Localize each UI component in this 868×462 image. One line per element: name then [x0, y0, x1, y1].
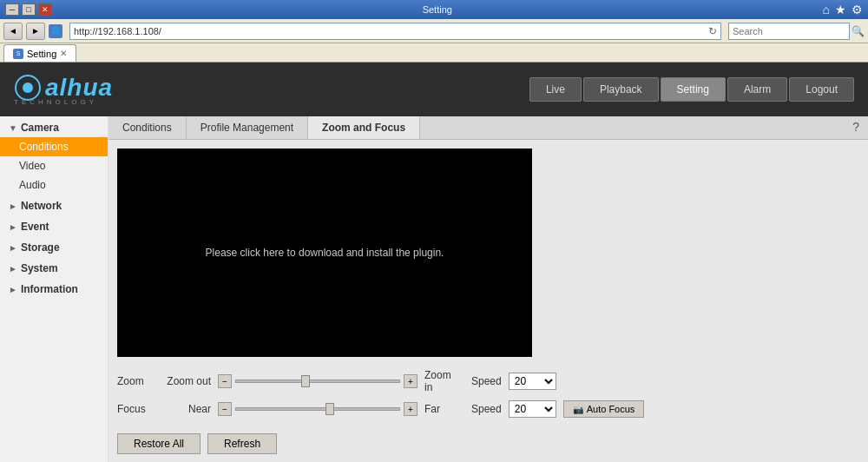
focus-far-label: Far [424, 403, 459, 415]
zoom-slider-container: − + [218, 374, 418, 388]
tab-zoom-focus[interactable]: Zoom and Focus [308, 116, 420, 139]
sidebar-section-title-storage[interactable]: ► Storage [0, 236, 108, 257]
logo: alhua TECHNOLOGY [14, 74, 113, 106]
camera-icon: 📷 [573, 405, 583, 414]
sidebar-section-title-information[interactable]: ► Information [0, 278, 108, 299]
alarm-button[interactable]: Alarm [727, 77, 787, 102]
video-container[interactable]: Please click here to download and instal… [117, 148, 532, 357]
browser-tab-setting[interactable]: S Setting ✕ [3, 44, 76, 62]
sidebar-section-information: ► Information [0, 278, 108, 299]
focus-speed-select[interactable]: 20 15103050 [509, 400, 556, 418]
svg-point-1 [23, 82, 33, 93]
search-input[interactable] [728, 23, 850, 40]
focus-slider-thumb[interactable] [326, 403, 334, 415]
playback-button[interactable]: Playback [583, 77, 659, 102]
close-button[interactable]: ✕ [38, 3, 52, 16]
refresh-icon[interactable]: ↻ [708, 25, 717, 37]
sidebar: ▼ Camera Conditions Video Audio ► Networ… [0, 116, 108, 462]
system-arrow-icon: ► [9, 264, 17, 274]
storage-arrow-icon: ► [9, 243, 17, 253]
bottom-buttons: Restore All Refresh [117, 433, 859, 454]
sidebar-information-label: Information [21, 283, 78, 295]
restore-all-button[interactable]: Restore All [117, 433, 201, 454]
tab-label: Setting [27, 49, 56, 59]
tab-profile-management[interactable]: Profile Management [187, 116, 308, 139]
event-arrow-icon: ► [9, 222, 17, 232]
sidebar-system-label: System [21, 262, 58, 274]
zoom-speed-label: Speed [471, 375, 502, 387]
page-favicon: 🌐 [49, 24, 62, 38]
focus-control-row: Focus Near − + Far Speed 20 [117, 400, 859, 418]
focus-plus-button[interactable]: + [404, 402, 418, 416]
information-arrow-icon: ► [9, 285, 17, 294]
sidebar-item-conditions[interactable]: Conditions [0, 137, 108, 156]
setting-button[interactable]: Setting [661, 77, 726, 102]
logout-button[interactable]: Logout [789, 77, 854, 102]
star-icon[interactable]: ★ [835, 3, 846, 16]
video-message: Please click here to download and instal… [206, 247, 444, 259]
app-header: alhua TECHNOLOGY Live Playback Setting A… [0, 63, 868, 116]
home-icon[interactable]: ⌂ [823, 3, 830, 16]
focus-slider-track[interactable] [235, 407, 400, 411]
focus-slider-container: − + [218, 402, 418, 416]
gear-icon[interactable]: ⚙ [852, 3, 863, 16]
app: alhua TECHNOLOGY Live Playback Setting A… [0, 63, 868, 462]
search-icon[interactable]: 🔍 [852, 25, 865, 37]
zoom-slider-track[interactable] [235, 380, 400, 383]
camera-arrow-icon: ▼ [9, 123, 17, 133]
video-label: Video [19, 160, 45, 172]
sidebar-event-label: Event [21, 221, 49, 233]
sidebar-section-camera: ▼ Camera Conditions Video Audio [0, 116, 108, 195]
window-title: Setting [52, 4, 823, 15]
sidebar-storage-label: Storage [21, 241, 60, 254]
tab-favicon: S [13, 49, 23, 59]
zoom-slider-thumb[interactable] [301, 375, 310, 387]
logo-sub: TECHNOLOGY [14, 98, 113, 106]
minimize-button[interactable]: ─ [5, 3, 19, 16]
sidebar-section-event: ► Event [0, 215, 108, 236]
browser-tab-bar: S Setting ✕ [0, 43, 868, 63]
sidebar-section-title-network[interactable]: ► Network [0, 195, 108, 215]
address-text[interactable]: http://192.168.1.108/ [74, 26, 705, 36]
sidebar-section-storage: ► Storage [0, 236, 108, 257]
conditions-label: Conditions [19, 141, 69, 153]
sidebar-section-title-camera[interactable]: ▼ Camera [0, 116, 108, 137]
sidebar-section-title-event[interactable]: ► Event [0, 215, 108, 236]
focus-label: Focus [117, 403, 156, 415]
auto-focus-label: Auto Focus [587, 404, 635, 414]
auto-focus-button[interactable]: 📷 Auto Focus [563, 400, 645, 418]
tab-conditions[interactable]: Conditions [108, 116, 187, 139]
focus-minus-button[interactable]: − [218, 402, 232, 416]
zoom-plus-button[interactable]: + [404, 374, 418, 388]
focus-near-label: Near [163, 403, 211, 415]
address-bar: 🌐 [49, 24, 66, 38]
sidebar-item-audio[interactable]: Audio [0, 175, 108, 195]
help-icon[interactable]: ? [844, 116, 868, 139]
nav-bar: ◄ ► 🌐 http://192.168.1.108/ ↻ 🔍 [0, 19, 868, 43]
zoom-label: Zoom [117, 375, 156, 387]
sidebar-section-system: ► System [0, 257, 108, 278]
back-button[interactable]: ◄ [3, 23, 23, 40]
zoom-out-label: Zoom out [163, 375, 211, 387]
focus-speed-label: Speed [471, 403, 502, 415]
forward-button[interactable]: ► [26, 23, 45, 40]
title-bar: ─ □ ✕ Setting ⌂ ★ ⚙ [0, 0, 868, 19]
app-body: ▼ Camera Conditions Video Audio ► Networ… [0, 116, 868, 462]
sidebar-network-label: Network [21, 200, 62, 212]
live-button[interactable]: Live [529, 77, 582, 102]
tab-close-button[interactable]: ✕ [60, 49, 67, 58]
zoom-control-row: Zoom Zoom out − + Zoom in Speed 20 [117, 369, 859, 393]
content-tabs: Conditions Profile Management Zoom and F… [108, 116, 868, 140]
zoom-speed-select[interactable]: 20 15103050 [509, 373, 556, 390]
refresh-button[interactable]: Refresh [207, 433, 277, 454]
content-area: Please click here to download and instal… [108, 140, 868, 462]
zoom-in-label: Zoom in [424, 369, 459, 393]
zoom-minus-button[interactable]: − [218, 374, 232, 388]
maximize-button[interactable]: □ [22, 3, 36, 16]
header-nav: Live Playback Setting Alarm Logout [529, 77, 854, 102]
sidebar-item-video[interactable]: Video [0, 156, 108, 175]
main-content: Conditions Profile Management Zoom and F… [108, 116, 868, 462]
controls-area: Zoom Zoom out − + Zoom in Speed 20 [117, 366, 859, 428]
sidebar-section-network: ► Network [0, 195, 108, 215]
sidebar-section-title-system[interactable]: ► System [0, 257, 108, 278]
